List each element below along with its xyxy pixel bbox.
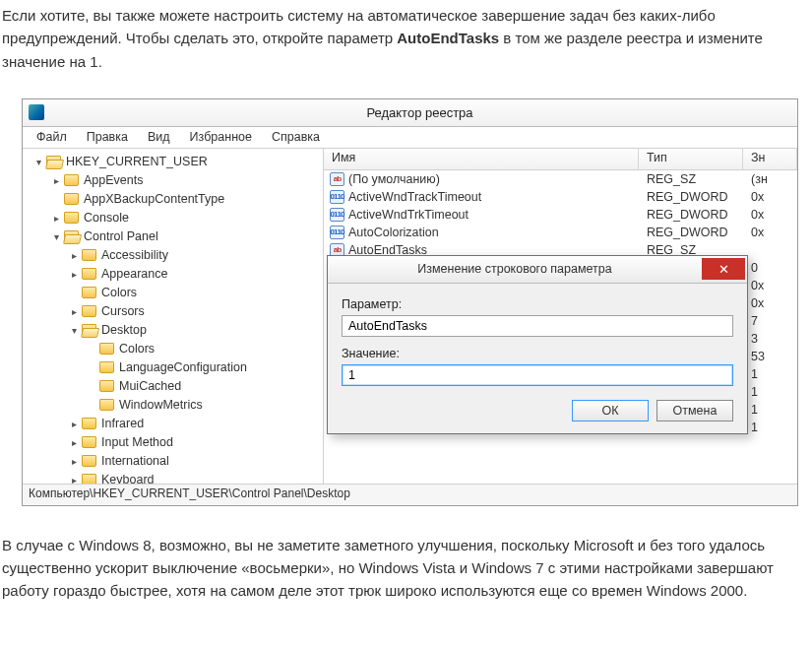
value-type: REG_DWORD (639, 208, 743, 222)
expand-collapse-icon[interactable]: ▸ (68, 474, 80, 484)
tree-item[interactable]: ▸Console (23, 209, 323, 227)
expand-collapse-icon[interactable]: ▸ (68, 268, 80, 280)
expand-collapse-icon[interactable]: ▾ (32, 156, 44, 167)
expand-collapse-icon[interactable]: ▸ (50, 212, 62, 224)
value-data: 0x (743, 279, 797, 292)
menu-edit[interactable]: Правка (77, 128, 138, 146)
tree-item-label: MuiCached (119, 379, 181, 393)
statusbar-path: Компьютер\HKEY_CURRENT_USER\Control Pane… (23, 484, 797, 505)
value-data: 3 (743, 332, 797, 346)
value-data: 7 (743, 314, 797, 328)
dialog-body: Параметр: Значение: ОК Отмена (328, 284, 747, 433)
list-row[interactable]: 0110AutoColorizationREG_DWORD0x (324, 224, 797, 241)
titlebar: Редактор реестра (23, 99, 797, 127)
expand-collapse-icon[interactable]: ▸ (68, 418, 80, 429)
expand-collapse-icon[interactable]: ▸ (68, 436, 80, 448)
tree-item[interactable]: AppXBackupContentType (23, 190, 323, 209)
toggle-placeholder (68, 287, 80, 298)
value-type: REG_DWORD (639, 190, 743, 204)
column-type[interactable]: Тип (639, 149, 743, 169)
folder-icon (99, 361, 114, 373)
tree-item-label: HKEY_CURRENT_USER (66, 155, 208, 168)
toggle-placeholder (86, 380, 97, 392)
article-paragraph-after: В случае с Windows 8, возможно, вы не за… (0, 506, 812, 615)
tree-item[interactable]: ▸Input Method (23, 433, 323, 452)
list-row[interactable]: 0110ActiveWndTrkTimeoutREG_DWORD0x (324, 206, 797, 224)
value-data: 1 (743, 403, 797, 417)
value-data: 0x (743, 208, 797, 222)
dialog-title: Изменение строкового параметра (328, 262, 702, 276)
close-button[interactable]: ✕ (702, 258, 745, 280)
column-name[interactable]: Имя (324, 149, 639, 169)
value-data: 0x (743, 226, 797, 239)
dword-value-icon: 0110 (330, 208, 344, 222)
tree-item-label: Console (84, 211, 129, 225)
toggle-placeholder (86, 361, 97, 373)
expand-collapse-icon[interactable]: ▾ (68, 324, 80, 336)
tree-item[interactable]: ▸Keyboard (23, 471, 323, 484)
expand-collapse-icon[interactable]: ▾ (50, 230, 62, 242)
folder-icon (82, 418, 96, 429)
list-header: Имя Тип Зн (324, 149, 797, 170)
value-data: 1 (743, 367, 797, 381)
value-field[interactable] (342, 364, 733, 386)
expand-collapse-icon[interactable]: ▸ (68, 305, 80, 317)
tree-item[interactable]: ▸Accessibility (23, 246, 323, 265)
toggle-placeholder (50, 193, 62, 205)
tree-item-label: International (101, 454, 169, 468)
folder-icon (82, 287, 96, 298)
regedit-icon (29, 104, 44, 120)
tree-pane[interactable]: ▾HKEY_CURRENT_USER▸AppEventsAppXBackupCo… (23, 149, 324, 484)
tree-item[interactable]: LanguageConfiguration (23, 358, 323, 377)
list-row[interactable]: 0110ActiveWndTrackTimeoutREG_DWORD0x (324, 188, 797, 206)
menu-view[interactable]: Вид (138, 128, 180, 146)
tree-item[interactable]: Colors (23, 284, 323, 302)
tree-item[interactable]: ▾Desktop (23, 321, 323, 340)
tree-item[interactable]: ▾HKEY_CURRENT_USER (23, 153, 323, 171)
dialog-titlebar: Изменение строкового параметра ✕ (328, 256, 747, 284)
folder-icon (99, 399, 114, 411)
list-row[interactable]: ab(По умолчанию)REG_SZ(зн (324, 170, 797, 188)
value-type: REG_SZ (639, 172, 743, 186)
tree-item-label: Input Method (101, 435, 173, 449)
expand-collapse-icon[interactable]: ▸ (68, 455, 80, 467)
tree-item[interactable]: ▸Appearance (23, 265, 323, 284)
content-panes: ▾HKEY_CURRENT_USER▸AppEventsAppXBackupCo… (23, 149, 797, 484)
tree-item[interactable]: ▸Infrared (23, 415, 323, 433)
menu-favorites[interactable]: Избранное (180, 128, 262, 146)
menu-help[interactable]: Справка (262, 128, 330, 146)
value-data: 0x (743, 296, 797, 310)
article-bold: AutoEndTasks (397, 30, 499, 46)
string-value-icon: ab (330, 172, 344, 186)
tree-item[interactable]: WindowMetrics (23, 396, 323, 415)
cancel-button[interactable]: Отмена (656, 400, 733, 421)
tree-item[interactable]: Colors (23, 340, 323, 358)
menu-bar: Файл Правка Вид Избранное Справка (23, 127, 797, 149)
value-name: AutoColorization (348, 226, 439, 239)
dialog-buttons: ОК Отмена (342, 400, 733, 421)
expand-collapse-icon[interactable]: ▸ (50, 174, 62, 186)
folder-icon (82, 268, 96, 280)
expand-collapse-icon[interactable]: ▸ (68, 249, 80, 261)
param-label: Параметр: (342, 297, 733, 311)
column-data[interactable]: Зн (743, 149, 797, 169)
ok-button[interactable]: ОК (572, 400, 649, 421)
tree-item[interactable]: MuiCached (23, 377, 323, 396)
folder-icon (64, 174, 79, 186)
value-data: 53 (743, 350, 797, 363)
folder-icon (82, 455, 96, 467)
value-data: 0x (743, 190, 797, 204)
tree-item[interactable]: ▸AppEvents (23, 171, 323, 190)
param-name-field[interactable] (342, 315, 733, 337)
tree-item-label: AppEvents (84, 173, 143, 187)
menu-file[interactable]: Файл (27, 128, 77, 146)
tree-item[interactable]: ▸Cursors (23, 302, 323, 321)
folder-icon (82, 436, 96, 448)
toggle-placeholder (86, 343, 97, 355)
folder-icon (99, 343, 114, 355)
tree-item[interactable]: ▸International (23, 452, 323, 471)
tree-item[interactable]: ▾Control Panel (23, 227, 323, 246)
tree-item-label: LanguageConfiguration (119, 360, 247, 374)
folder-icon (82, 305, 96, 317)
tree-item-label: Colors (119, 342, 155, 356)
